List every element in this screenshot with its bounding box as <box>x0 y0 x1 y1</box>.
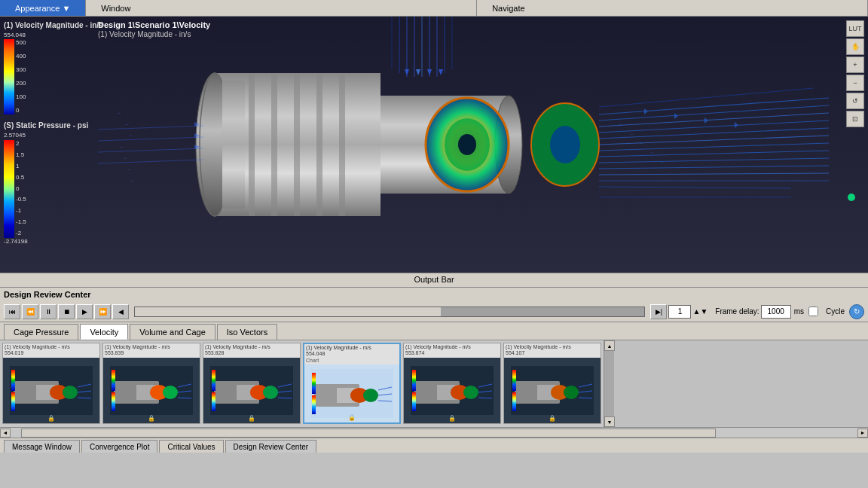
thumbnails-h-scrollbar[interactable]: ◄ ► <box>0 427 868 438</box>
bottom-tab-bar: Message Window Convergence Plot Critical… <box>0 438 868 453</box>
scroll-track[interactable] <box>604 351 614 416</box>
thumb6-header: (1) Velocity Magnitude - m/s 554.107 <box>504 343 601 358</box>
thumb1-body <box>3 358 99 423</box>
thumbnail-5[interactable]: (1) Velocity Magnitude - m/s 553.874 <box>403 343 501 424</box>
3d-visualization: → → → → → → → → → → → → <box>0 17 868 273</box>
svg-rect-20 <box>339 73 345 216</box>
thumbnails-right-scrollbar[interactable]: ▲ ▼ <box>604 340 614 427</box>
output-bar: Output Bar <box>0 273 868 288</box>
pressure-legend-title: (S) Static Pressure - psi <box>4 120 103 130</box>
svg-rect-120 <box>412 392 416 411</box>
stop-button[interactable]: ⏹ <box>58 304 75 319</box>
go-to-end-button[interactable]: ▶| <box>650 304 667 319</box>
thumb6-lock: 🔒 <box>549 415 556 422</box>
design-review-header: Design Review Center <box>0 288 868 301</box>
step-back-button[interactable]: ⏪ <box>22 304 38 319</box>
thumb3-body <box>203 358 300 423</box>
menu-navigate[interactable]: Navigate <box>477 0 868 16</box>
fast-forward-button[interactable]: ⏩ <box>94 304 111 319</box>
svg-rect-101 <box>212 370 215 391</box>
fit-tool[interactable]: ⊡ <box>846 111 864 127</box>
hscroll-right[interactable]: ► <box>857 429 868 438</box>
thumb3-lock: 🔒 <box>248 415 255 422</box>
hscroll-thumb[interactable] <box>21 429 716 438</box>
thumbnails-wrapper: (1) Velocity Magnitude - m/s 554.019 <box>0 340 868 438</box>
pause-button[interactable]: ⏸ <box>40 304 57 319</box>
svg-point-96 <box>263 386 278 399</box>
bottom-tab-message-window[interactable]: Message Window <box>4 440 80 453</box>
thumbnail-2[interactable]: (1) Velocity Magnitude - m/s 553.839 <box>102 343 200 424</box>
thumb2-lock: 🔒 <box>148 415 155 422</box>
playback-slider[interactable] <box>134 307 645 317</box>
svg-text:→: → <box>618 122 622 127</box>
scroll-down-arrow[interactable]: ▼ <box>604 416 615 427</box>
thumbnail-3[interactable]: (1) Velocity Magnitude - m/s 553.828 <box>203 343 301 424</box>
cycle-label: Cycle <box>826 307 845 316</box>
tab-cage-pressure[interactable]: Cage Pressure <box>4 324 78 340</box>
thumb1-lock: 🔒 <box>47 415 55 422</box>
press-max: 2.57045 <box>4 132 26 139</box>
menu-bar: Appearance ▼ Window Navigate <box>0 0 868 17</box>
thumb4-lock: 🔒 <box>348 414 356 421</box>
frame-number-input[interactable] <box>668 305 691 319</box>
zoom-in-tool[interactable]: + <box>846 56 864 73</box>
tab-velocity[interactable]: Velocity <box>80 324 128 340</box>
hscroll-left[interactable]: ◄ <box>0 429 11 438</box>
thumb1-header: (1) Velocity Magnitude - m/s 554.019 <box>3 343 99 358</box>
tab-bar: Cage Pressure Velocity Volume and Cage I… <box>0 322 868 340</box>
thumb2-body <box>103 358 200 423</box>
svg-point-29 <box>458 134 476 155</box>
viewport-subtitle: (1) Velocity Magnitude - in/s <box>98 30 191 38</box>
svg-rect-111 <box>312 373 316 394</box>
svg-point-106 <box>363 389 378 402</box>
playback-bar: ⏮ ⏪ ⏸ ⏹ ▶ ⏩ ◀ ▶| ▲▼ Frame delay: ms Cycl… <box>0 301 868 322</box>
thumbnail-6[interactable]: (1) Velocity Magnitude - m/s 554.107 <box>503 343 601 424</box>
svg-point-86 <box>163 386 178 399</box>
zoom-out-tool[interactable]: − <box>846 75 864 91</box>
scroll-up-arrow[interactable]: ▲ <box>604 340 615 351</box>
svg-point-76 <box>63 386 78 399</box>
bottom-tab-design-review-center[interactable]: Design Review Center <box>225 440 317 453</box>
press-min: -2.74198 <box>4 238 28 246</box>
svg-rect-16 <box>249 73 255 216</box>
frame-advance-button[interactable]: ◀ <box>112 304 129 319</box>
svg-point-116 <box>463 386 478 399</box>
viewport-title: Design 1\Scenario 1\Velocity <box>98 20 210 29</box>
go-to-start-button[interactable]: ⏮ <box>4 304 20 319</box>
menu-appearance[interactable]: Appearance ▼ <box>0 0 86 16</box>
play-button[interactable]: ▶ <box>76 304 93 319</box>
lut-button[interactable]: LUT <box>846 20 864 37</box>
bottom-tab-critical-values[interactable]: Critical Values <box>159 440 223 453</box>
thumb5-body <box>404 358 500 423</box>
svg-rect-91 <box>112 370 115 391</box>
svg-text:→: → <box>127 167 131 172</box>
thumb2-header: (1) Velocity Magnitude - m/s 553.839 <box>103 343 200 358</box>
svg-rect-18 <box>294 73 300 216</box>
svg-point-71 <box>848 194 855 201</box>
svg-text:→: → <box>124 122 129 127</box>
bottom-tab-convergence-plot[interactable]: Convergence Plot <box>81 440 158 453</box>
thumbnail-4[interactable]: (1) Velocity Magnitude - m/s 554.048 Cha… <box>303 343 401 424</box>
ms-label: ms <box>794 307 804 316</box>
svg-rect-17 <box>271 73 277 216</box>
svg-point-126 <box>564 386 579 399</box>
refresh-button[interactable]: ↻ <box>849 304 864 319</box>
pointer-tool[interactable]: ✋ <box>846 38 864 55</box>
menu-window[interactable]: Window <box>86 0 477 16</box>
rotate-tool[interactable]: ↺ <box>846 93 864 109</box>
output-bar-label: Output Bar <box>414 275 454 284</box>
svg-text:→: → <box>117 111 121 115</box>
frame-delay-input[interactable] <box>761 305 791 319</box>
svg-text:→: → <box>119 145 124 149</box>
thumbnail-1[interactable]: (1) Velocity Magnitude - m/s 554.019 <box>2 343 100 424</box>
cycle-checkbox[interactable] <box>808 307 818 316</box>
svg-rect-121 <box>412 370 416 391</box>
svg-point-32 <box>550 126 580 163</box>
right-toolbar: LUT ✋ + − ↺ ⊡ <box>846 20 864 127</box>
velocity-legend-title: (1) Velocity Magnitude - in/s <box>4 20 103 30</box>
tab-volume-and-cage[interactable]: Volume and Cage <box>130 324 215 340</box>
tab-iso-vectors[interactable]: Iso Vectors <box>217 324 277 340</box>
thumbnails-area[interactable]: (1) Velocity Magnitude - m/s 554.019 <box>0 340 604 427</box>
thumb4-header: (1) Velocity Magnitude - m/s 554.048 Cha… <box>304 344 399 364</box>
svg-text:→: → <box>639 141 643 145</box>
